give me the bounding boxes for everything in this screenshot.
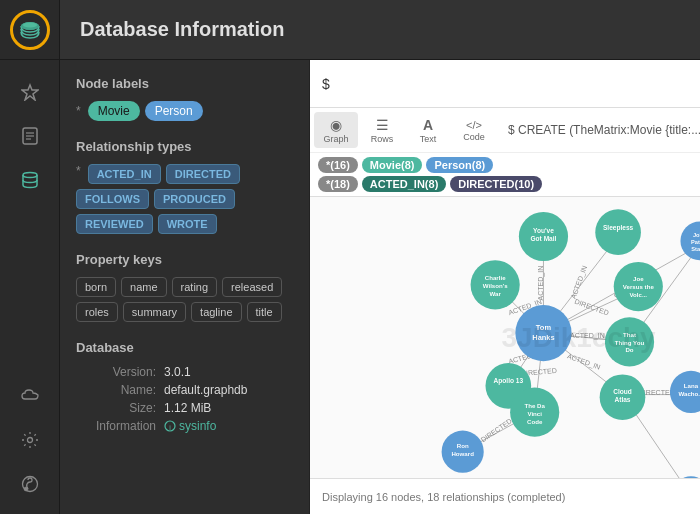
chip-acted-in[interactable]: ACTED_IN(8): [362, 176, 446, 192]
db-name-row: Name: default.graphdb: [76, 383, 293, 397]
graph-area: 3JDik1echy: [310, 197, 700, 478]
property-tags-row1: born name rating released: [76, 277, 293, 297]
db-version-value: 3.0.1: [164, 365, 191, 379]
prop-roles[interactable]: roles: [76, 302, 118, 322]
relationship-tags: * ACTED_IN DIRECTED FOLLOWS PRODUCED REV…: [76, 164, 293, 234]
rel-tag-produced[interactable]: PRODUCED: [154, 189, 235, 209]
db-name-label: Name:: [76, 383, 156, 397]
tab-graph[interactable]: ◉ Graph: [314, 112, 358, 148]
chip-person[interactable]: Person(8): [426, 157, 493, 173]
svg-text:Code: Code: [527, 418, 543, 425]
node-labels-row: * Movie Person: [76, 101, 293, 121]
prop-born[interactable]: born: [76, 277, 116, 297]
sidebar-item-star[interactable]: [5, 72, 55, 112]
chip-directed[interactable]: DIRECTED(10): [450, 176, 542, 192]
db-name-value: default.graphdb: [164, 383, 247, 397]
chip-all-nodes[interactable]: *(16): [318, 157, 358, 173]
tab-text[interactable]: A Text: [406, 112, 450, 148]
svg-text:Patri...: Patri...: [691, 239, 700, 245]
svg-text:ACTED_IN: ACTED_IN: [566, 352, 601, 371]
svg-text:Hanks: Hanks: [532, 333, 554, 342]
svg-text:Apollo 13: Apollo 13: [494, 377, 524, 385]
svg-text:Volc...: Volc...: [630, 291, 648, 298]
db-info-value: i sysinfo: [164, 419, 216, 433]
sidebar-nav: [5, 68, 55, 376]
main-content: Database Information Node labels * Movie…: [60, 0, 700, 514]
text-icon: A: [423, 117, 433, 133]
svg-text:DIRECTED: DIRECTED: [480, 417, 513, 443]
graph-svg: ACTED_IN ACTED_IN ACTED_IN DIRECTED ACTE…: [310, 197, 700, 478]
node-labels-title: Node labels: [76, 76, 293, 91]
right-panel: ✕ ⊗ ▶ ◉ Graph ☰ Rows: [310, 60, 700, 514]
sidebar-item-settings[interactable]: [5, 420, 55, 460]
tab-text-label: Text: [420, 134, 437, 144]
filter-row-1: *(16) Movie(8) Person(8): [318, 157, 700, 173]
graph-icon: ◉: [330, 117, 342, 133]
tag-person[interactable]: Person: [145, 101, 203, 121]
svg-text:Sleepless: Sleepless: [603, 224, 634, 232]
rel-tag-reviewed[interactable]: REVIEWED: [76, 214, 153, 234]
svg-text:Cloud: Cloud: [613, 388, 632, 395]
query-display-text: $ CREATE (TheMatrix:Movie {title:...: [508, 123, 700, 137]
db-version-label: Version:: [76, 365, 156, 379]
left-panel: Node labels * Movie Person Relationship …: [60, 60, 310, 514]
svg-text:You've: You've: [533, 227, 554, 234]
tab-rows[interactable]: ☰ Rows: [360, 112, 404, 148]
tab-and-query-row: ◉ Graph ☰ Rows A Text </>: [310, 108, 700, 153]
rows-icon: ☰: [376, 117, 389, 133]
rel-tag-follows[interactable]: FOLLOWS: [76, 189, 149, 209]
tab-area: ◉ Graph ☰ Rows A Text </>: [310, 108, 700, 197]
tab-code[interactable]: </> Code: [452, 112, 496, 148]
sidebar-item-documents[interactable]: [5, 116, 55, 156]
chip-all-rels[interactable]: *(18): [318, 176, 358, 192]
node-labels-section: Node labels * Movie Person: [76, 76, 293, 121]
db-info-row: Information i sysinfo: [76, 419, 293, 433]
rel-tag-acted-in[interactable]: ACTED_IN: [88, 164, 161, 184]
svg-text:ACTED_IN: ACTED_IN: [537, 266, 545, 301]
view-tabs: ◉ Graph ☰ Rows A Text </>: [310, 108, 500, 152]
svg-text:i: i: [169, 424, 171, 431]
sidebar-bottom: [5, 376, 55, 514]
sidebar-item-help[interactable]: [5, 464, 55, 504]
database-section: Database Version: 3.0.1 Name: default.gr…: [76, 340, 293, 433]
tag-movie[interactable]: Movie: [88, 101, 140, 121]
sidebar-item-database[interactable]: [5, 160, 55, 200]
svg-text:Ron: Ron: [457, 442, 469, 449]
sidebar-item-cloud[interactable]: [5, 376, 55, 416]
rel-tag-directed[interactable]: DIRECTED: [166, 164, 240, 184]
prop-rating[interactable]: rating: [172, 277, 218, 297]
svg-text:The Da: The Da: [524, 402, 545, 409]
rel-tag-wrote[interactable]: WROTE: [158, 214, 217, 234]
svg-text:Lana: Lana: [684, 382, 699, 389]
status-text: Displaying 16 nodes, 18 relationships (c…: [322, 491, 565, 503]
header: Database Information: [60, 0, 700, 60]
svg-text:Tom: Tom: [536, 323, 552, 332]
svg-point-41: [595, 209, 641, 255]
chip-movie[interactable]: Movie(8): [362, 157, 423, 173]
query-input[interactable]: [322, 76, 700, 92]
svg-text:Versus the: Versus the: [623, 283, 655, 290]
db-version-row: Version: 3.0.1: [76, 365, 293, 379]
svg-text:Stan...: Stan...: [691, 246, 700, 252]
app-logo: [0, 0, 60, 60]
prop-tagline[interactable]: tagline: [191, 302, 241, 322]
sysinfo-link[interactable]: i sysinfo: [164, 419, 216, 433]
prop-summary[interactable]: summary: [123, 302, 186, 322]
svg-text:Wilson's: Wilson's: [483, 282, 508, 289]
svg-text:Howard: Howard: [451, 450, 474, 457]
svg-text:Joe: Joe: [633, 275, 644, 282]
database-title: Database: [76, 340, 293, 355]
db-info-label: Information: [76, 419, 156, 433]
db-size-value: 1.12 MiB: [164, 401, 211, 415]
tab-rows-label: Rows: [371, 134, 394, 144]
tab-graph-label: Graph: [323, 134, 348, 144]
prop-name[interactable]: name: [121, 277, 167, 297]
property-keys-section: Property keys born name rating released …: [76, 252, 293, 322]
status-bar: Displaying 16 nodes, 18 relationships (c…: [310, 478, 700, 514]
svg-text:War: War: [489, 290, 501, 297]
logo-icon: [10, 10, 50, 50]
prop-title[interactable]: title: [247, 302, 282, 322]
code-icon: </>: [466, 119, 482, 131]
prop-released[interactable]: released: [222, 277, 282, 297]
sidebar: [0, 0, 60, 514]
